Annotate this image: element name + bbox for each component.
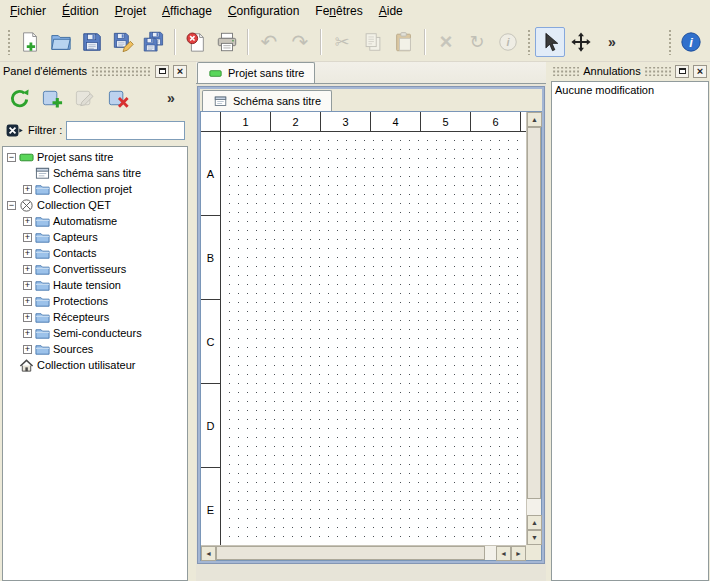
- tree-item-collection-qet[interactable]: −Collection QET: [3, 197, 187, 213]
- menu-affichage[interactable]: Affichage: [154, 0, 220, 22]
- menu-edition[interactable]: Édition: [54, 0, 107, 22]
- svg-text:i: i: [689, 35, 693, 50]
- expand-expander[interactable]: +: [23, 313, 32, 322]
- toolbar-overflow-button[interactable]: »: [597, 27, 627, 57]
- toolbar-handle[interactable]: [667, 29, 673, 55]
- vertical-scrollbar[interactable]: ▲ ▲ ▼: [526, 112, 541, 545]
- elements-panel-title: Panel d'éléments: [3, 65, 87, 77]
- new-file-button[interactable]: [15, 27, 45, 57]
- ruler-column-5: 5: [421, 112, 471, 131]
- horizontal-scroll-track[interactable]: [216, 546, 496, 560]
- undo-button: ↶: [254, 27, 284, 57]
- float-icon: [159, 68, 166, 74]
- toolbar-separator: [424, 29, 426, 55]
- scroll-left-button-2[interactable]: ◄: [496, 546, 511, 561]
- move-mode-button[interactable]: [566, 27, 596, 57]
- close-project-button[interactable]: [181, 27, 211, 57]
- conductor-info-button: i: [493, 27, 523, 57]
- scroll-up-button[interactable]: ▲: [527, 112, 542, 127]
- menu-fenetres[interactable]: Fenêtres: [307, 0, 370, 22]
- filter-input[interactable]: [66, 121, 185, 140]
- expand-expander[interactable]: +: [23, 185, 32, 194]
- print-button[interactable]: [212, 27, 242, 57]
- move-arrows-icon: [570, 31, 592, 53]
- tree-item-capteurs[interactable]: +Capteurs: [3, 229, 187, 245]
- toolbar-handle[interactable]: [6, 29, 12, 55]
- scroll-left-button[interactable]: ◄: [201, 546, 216, 561]
- scroll-down-button[interactable]: ▼: [527, 530, 542, 545]
- paste-button: [389, 27, 419, 57]
- toolbar-handle[interactable]: [526, 29, 532, 55]
- tab-projet-sans-titre[interactable]: Projet sans titre: [197, 62, 315, 83]
- expand-expander[interactable]: +: [23, 281, 32, 290]
- menu-fichier[interactable]: Fichier: [2, 0, 54, 22]
- tree-item-schema-sans-titre[interactable]: Schéma sans titre: [3, 165, 187, 181]
- rotate-button: ↻: [462, 27, 492, 57]
- new-element-button[interactable]: [38, 84, 66, 112]
- tree-item-label: Schéma sans titre: [53, 167, 141, 179]
- tree-item-convertisseurs[interactable]: +Convertisseurs: [3, 261, 187, 277]
- tree-item-collection-utilisateur[interactable]: Collection utilisateur: [3, 357, 187, 373]
- save-button[interactable]: [77, 27, 107, 57]
- ruler-row-b: B: [201, 216, 220, 300]
- horizontal-scrollbar[interactable]: ◄ ◄ ►: [201, 545, 526, 560]
- reload-collections-button[interactable]: [5, 84, 33, 112]
- tree-item-collection-projet[interactable]: +Collection projet: [3, 181, 187, 197]
- tree-item-recepteurs[interactable]: +Récepteurs: [3, 309, 187, 325]
- open-file-button[interactable]: [46, 27, 76, 57]
- menu-projet[interactable]: Projet: [107, 0, 154, 22]
- element-edit-icon: [74, 87, 97, 110]
- expand-expander[interactable]: +: [23, 297, 32, 306]
- menu-configuration[interactable]: Configuration: [220, 0, 307, 22]
- undo-history-list[interactable]: Aucune modification: [551, 81, 709, 581]
- schema-canvas[interactable]: [221, 132, 526, 545]
- element-new-icon: [41, 87, 64, 110]
- elements-tree[interactable]: −Projet sans titreSchéma sans titre+Coll…: [2, 146, 188, 581]
- dock-grip[interactable]: [91, 67, 151, 76]
- tree-item-sources[interactable]: +Sources: [3, 341, 187, 357]
- collapse-expander[interactable]: −: [7, 153, 16, 162]
- float-panel-button[interactable]: [155, 65, 169, 78]
- panel-overflow-button[interactable]: »: [157, 84, 185, 112]
- project-tab-label: Projet sans titre: [228, 67, 304, 79]
- save-all-button[interactable]: [139, 27, 169, 57]
- scroll-up-button-2[interactable]: ▲: [527, 515, 542, 530]
- tab-schema-sans-titre[interactable]: Schéma sans titre: [202, 90, 332, 111]
- horizontal-scroll-thumb[interactable]: [216, 546, 485, 560]
- expand-expander[interactable]: +: [23, 249, 32, 258]
- qet-icon: [19, 198, 34, 213]
- vertical-scroll-track[interactable]: [527, 127, 541, 515]
- expand-expander[interactable]: +: [23, 329, 32, 338]
- float-undo-button[interactable]: [675, 65, 689, 78]
- expand-expander[interactable]: +: [23, 265, 32, 274]
- expand-expander[interactable]: +: [23, 217, 32, 226]
- tree-item-label: Automatisme: [53, 215, 117, 227]
- menu-aide[interactable]: Aide: [371, 0, 411, 22]
- save-as-button[interactable]: [108, 27, 138, 57]
- vertical-scroll-thumb[interactable]: [527, 127, 541, 499]
- tree-item-projet-sans-titre[interactable]: −Projet sans titre: [3, 149, 187, 165]
- scroll-right-button[interactable]: ►: [511, 546, 526, 561]
- undo-panel-header: Annulations ×: [550, 62, 710, 80]
- close-undo-button[interactable]: ×: [693, 65, 707, 78]
- close-panel-button[interactable]: ×: [173, 65, 187, 78]
- tree-item-automatisme[interactable]: +Automatisme: [3, 213, 187, 229]
- mdi-area: Schéma sans titre 123456 ▲ ▲ ▼ ABCDE: [196, 84, 546, 581]
- about-button[interactable]: i: [676, 27, 706, 57]
- tree-item-contacts[interactable]: +Contacts: [3, 245, 187, 261]
- reload-icon: [8, 87, 31, 110]
- select-mode-button[interactable]: [535, 27, 565, 57]
- dock-grip[interactable]: [645, 67, 671, 76]
- ruler-column-4: 4: [371, 112, 421, 131]
- delete-element-button[interactable]: [104, 84, 132, 112]
- expand-expander[interactable]: +: [23, 345, 32, 354]
- tree-item-haute-tension[interactable]: +Haute tension: [3, 277, 187, 293]
- tree-item-semi-conducteurs[interactable]: +Semi-conducteurs: [3, 325, 187, 341]
- dock-grip[interactable]: [553, 67, 579, 76]
- collapse-expander[interactable]: −: [7, 201, 16, 210]
- tree-item-protections[interactable]: +Protections: [3, 293, 187, 309]
- undo-empty-text: Aucune modification: [555, 84, 705, 96]
- expand-expander[interactable]: +: [23, 233, 32, 242]
- folder-icon: [35, 246, 50, 261]
- clear-filter-button[interactable]: [5, 121, 24, 140]
